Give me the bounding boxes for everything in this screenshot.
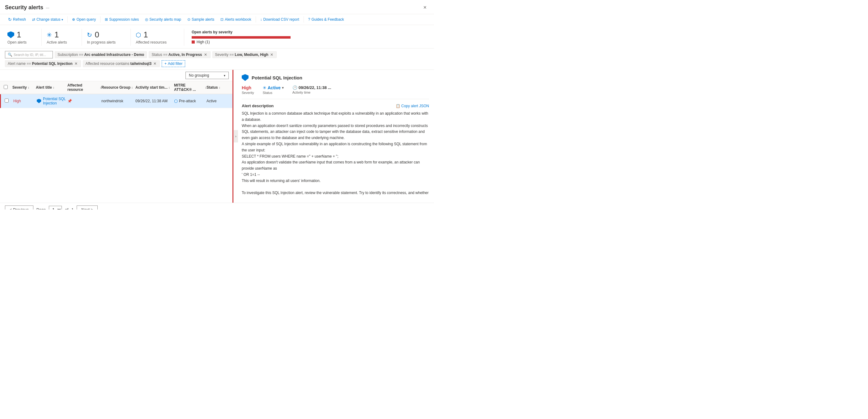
sort-status-icon: ↕: [219, 86, 220, 89]
page-header: Security alerts ··· ×: [0, 0, 434, 14]
open-alerts-count: 1: [17, 30, 21, 39]
grouping-label: No grouping: [189, 73, 209, 77]
severity-value: High: [242, 85, 254, 90]
open-alerts-card[interactable]: 1 Open alerts: [5, 29, 39, 46]
close-button[interactable]: ×: [421, 3, 429, 12]
severity-meta-label: Severity: [242, 91, 254, 95]
sort-time-icon: ↕: [168, 86, 170, 89]
next-button[interactable]: Next >: [77, 205, 98, 210]
search-placeholder: Search by ID, IP, titl...: [13, 53, 46, 57]
open-query-button[interactable]: ⊕ Open query: [69, 16, 99, 23]
summary-section: 1 Open alerts ✳ 1 Active alerts ↻ 0 In p…: [0, 25, 434, 49]
mitre-icon: ⬡: [174, 99, 178, 103]
col-header-title[interactable]: Alert title ↕: [36, 85, 67, 90]
table-row[interactable]: High Potential SQL Injection 📌 northwind…: [0, 94, 232, 108]
main-content: No grouping ▾ Severity ↕ Alert title ↕ A…: [0, 70, 434, 203]
open-alerts-label: Open alerts: [7, 40, 27, 44]
previous-button[interactable]: < Previous: [5, 205, 33, 210]
remove-affected-resource-filter[interactable]: ✕: [153, 62, 157, 66]
cube-icon: ⬡: [136, 31, 141, 39]
guides-feedback-button[interactable]: ? Guides & Feedback: [305, 16, 347, 23]
alert-description-section: Alert description 📋 Copy alert JSON SQL …: [242, 103, 429, 197]
col-header-resource[interactable]: Affected resource ↕: [67, 83, 101, 92]
col-header-time[interactable]: Activity start tim... ↕: [135, 85, 174, 90]
col-header-severity[interactable]: Severity ↕: [12, 85, 36, 90]
filter-tag-alert-name: Alert name == Potential SQL Injection ✕: [5, 60, 81, 67]
search-box[interactable]: 🔍 Search by ID, IP, titl...: [5, 51, 53, 58]
workbook-icon: ⊡: [220, 17, 223, 22]
refresh-icon: ↻: [8, 17, 12, 22]
description-text: SQL Injection is a common database attac…: [242, 110, 429, 197]
affected-count: 1: [144, 30, 148, 39]
title-cell: Potential SQL Injection: [37, 97, 67, 105]
table-header: Severity ↕ Alert title ↕ Affected resour…: [0, 81, 232, 94]
refresh-button[interactable]: ↻ Refresh: [5, 15, 29, 24]
severity-legend: High (1): [192, 40, 427, 44]
ellipsis-menu[interactable]: ···: [46, 5, 50, 10]
group-cell: northwindrisk: [101, 99, 135, 103]
status-dropdown-button[interactable]: ▾: [282, 86, 284, 90]
detail-panel: › Potential SQL Injection High Severity …: [234, 70, 434, 203]
suppression-rules-button[interactable]: ⊞ Suppression rules: [102, 16, 142, 23]
select-all-checkbox[interactable]: [4, 85, 8, 89]
active-alerts-label: Active alerts: [47, 40, 67, 44]
collapse-handle[interactable]: ›: [234, 130, 238, 142]
in-progress-count: 0: [95, 30, 99, 39]
status-cell: Active: [207, 99, 229, 103]
summary-sep-2: [82, 29, 82, 46]
row-checkbox[interactable]: [5, 99, 9, 103]
col-header-status[interactable]: Status ↕: [207, 85, 229, 90]
remove-alert-name-filter[interactable]: ✕: [74, 62, 78, 66]
security-alerts-map-button[interactable]: ◎ Security alerts map: [142, 16, 184, 23]
suppression-icon: ⊞: [105, 17, 108, 22]
severity-bar-container: [192, 36, 427, 39]
detail-actions: View full details Take action: [242, 201, 429, 203]
status-meta-label: Status: [263, 91, 284, 95]
alert-shield-icon: [37, 99, 41, 103]
mitre-cell: ⬡ Pre-attack: [174, 99, 207, 103]
active-icon: ✳: [263, 85, 267, 90]
col-header-group[interactable]: Resource Group ↕: [101, 85, 135, 90]
in-progress-card[interactable]: ↻ 0 In progress alerts: [84, 29, 128, 46]
sort-group-icon: ↕: [131, 86, 133, 89]
severity-chart-title: Open alerts by severity: [192, 30, 427, 34]
page-select[interactable]: 1: [49, 206, 62, 210]
affected-resources-card[interactable]: ⬡ 1 Affected resources: [133, 29, 179, 46]
activity-time-value: 09/26/22, 11:38 ...: [299, 85, 331, 90]
shield-icon: [7, 32, 14, 38]
remove-status-filter[interactable]: ✕: [204, 53, 208, 57]
pagination: < Previous Page 1 of 1 Next >: [0, 203, 434, 210]
filter-tag-severity: Severity == Low, Medium, High ✕: [212, 51, 277, 58]
add-filter-icon: +: [164, 62, 166, 66]
open-query-icon: ⊕: [72, 17, 75, 22]
map-icon: ◎: [145, 17, 148, 22]
add-filter-button[interactable]: + Add filter: [162, 60, 185, 67]
alerts-workbook-button[interactable]: ⊡ Alerts workbook: [217, 16, 254, 23]
sample-alerts-button[interactable]: ⊙ Sample alerts: [184, 16, 217, 23]
detail-shield-icon: [242, 74, 249, 81]
legend-label-high: High (1): [196, 40, 210, 44]
remove-severity-filter[interactable]: ✕: [270, 53, 274, 57]
active-alerts-card[interactable]: ✳ 1 Active alerts: [44, 29, 79, 46]
copy-json-button[interactable]: 📋 Copy alert JSON: [396, 104, 429, 108]
sort-severity-icon: ↕: [28, 86, 29, 89]
col-header-mitre[interactable]: MITRE ATT&CK® ... ↕: [174, 83, 207, 92]
time-cell: 09/26/22, 11:38 AM: [135, 99, 174, 103]
detail-title: Potential SQL Injection: [242, 74, 429, 81]
sample-icon: ⊙: [187, 17, 190, 22]
toolbar: ↻ Refresh ⇄ Change status ▾ ⊕ Open query…: [0, 14, 434, 25]
meta-time: 🕐 09/26/22, 11:38 ... Activity time: [292, 85, 331, 94]
status-value: Active: [268, 85, 281, 90]
meta-severity: High Severity: [242, 85, 254, 95]
grouping-chevron-icon: ▾: [224, 74, 225, 77]
alert-title-text: Potential SQL Injection: [43, 97, 67, 105]
download-csv-button[interactable]: ↓ Download CSV report: [257, 16, 302, 23]
dropdown-chevron-icon: ▾: [62, 18, 63, 21]
change-status-button[interactable]: ⇄ Change status ▾: [29, 16, 66, 23]
guides-icon: ?: [308, 17, 310, 22]
separator-1: [67, 17, 68, 23]
filter-tag-subscription: Subscription == Arc enabled Infrastructu…: [55, 51, 147, 58]
grouping-select[interactable]: No grouping ▾: [185, 72, 229, 79]
of-label: of: [65, 207, 68, 210]
summary-sep-3: [130, 29, 131, 46]
